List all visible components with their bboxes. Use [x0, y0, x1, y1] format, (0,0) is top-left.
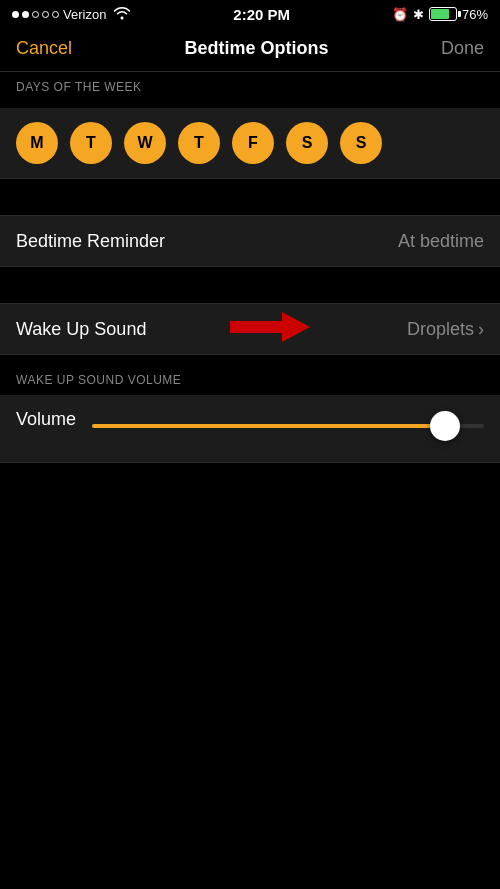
day-monday[interactable]: M: [16, 122, 58, 164]
chevron-right-icon: ›: [478, 319, 484, 340]
wifi-icon: [113, 6, 131, 23]
day-tuesday[interactable]: T: [70, 122, 112, 164]
svg-marker-0: [230, 312, 310, 342]
battery-pct-label: 76%: [462, 7, 488, 22]
slider-fill: [92, 424, 445, 428]
bedtime-reminder-value: At bedtime: [398, 231, 484, 252]
bedtime-reminder-label: Bedtime Reminder: [16, 231, 165, 252]
day-sunday[interactable]: S: [340, 122, 382, 164]
day-thursday[interactable]: T: [178, 122, 220, 164]
slider-thumb[interactable]: [430, 411, 460, 441]
gap-1: [0, 179, 500, 215]
volume-label: Volume: [16, 409, 76, 430]
wake-up-sound-label: Wake Up Sound: [16, 319, 146, 340]
wake-up-sound-value-group: Droplets ›: [407, 319, 484, 340]
status-right: ⏰ ✱ 76%: [392, 7, 488, 22]
wake-up-sound-row[interactable]: Wake Up Sound Droplets ›: [0, 304, 500, 354]
section-gap-days: DAYS OF THE WEEK: [0, 72, 500, 108]
bottom-area: [0, 463, 500, 863]
status-left: Verizon: [12, 6, 131, 23]
bedtime-reminder-row[interactable]: Bedtime Reminder At bedtime: [0, 216, 500, 266]
done-button[interactable]: Done: [441, 38, 484, 59]
signal-dot-2: [22, 11, 29, 18]
volume-slider-section: Volume: [0, 395, 500, 462]
day-saturday[interactable]: S: [286, 122, 328, 164]
days-section-header: DAYS OF THE WEEK: [0, 72, 500, 102]
day-friday[interactable]: F: [232, 122, 274, 164]
gap-2: [0, 267, 500, 303]
day-wednesday[interactable]: W: [124, 122, 166, 164]
status-bar: Verizon 2:20 PM ⏰ ✱ 76%: [0, 0, 500, 28]
alarm-icon: ⏰: [392, 7, 408, 22]
signal-dot-4: [42, 11, 49, 18]
slider-track: [92, 424, 484, 428]
battery-indicator: [429, 7, 457, 21]
cancel-button[interactable]: Cancel: [16, 38, 72, 59]
status-time: 2:20 PM: [233, 6, 290, 23]
wake-up-sound-value: Droplets: [407, 319, 474, 340]
volume-section-header: WAKE UP SOUND VOLUME: [0, 365, 500, 395]
signal-dot-3: [32, 11, 39, 18]
signal-dots: [12, 11, 59, 18]
page-title: Bedtime Options: [184, 38, 328, 59]
days-row: M T W T F S S: [0, 108, 500, 178]
carrier-label: Verizon: [63, 7, 106, 22]
bluetooth-icon: ✱: [413, 7, 424, 22]
red-arrow-annotation: [230, 307, 310, 351]
volume-slider[interactable]: [92, 424, 484, 428]
gap-3: [0, 355, 500, 365]
nav-bar: Cancel Bedtime Options Done: [0, 28, 500, 71]
signal-dot-5: [52, 11, 59, 18]
signal-dot-1: [12, 11, 19, 18]
